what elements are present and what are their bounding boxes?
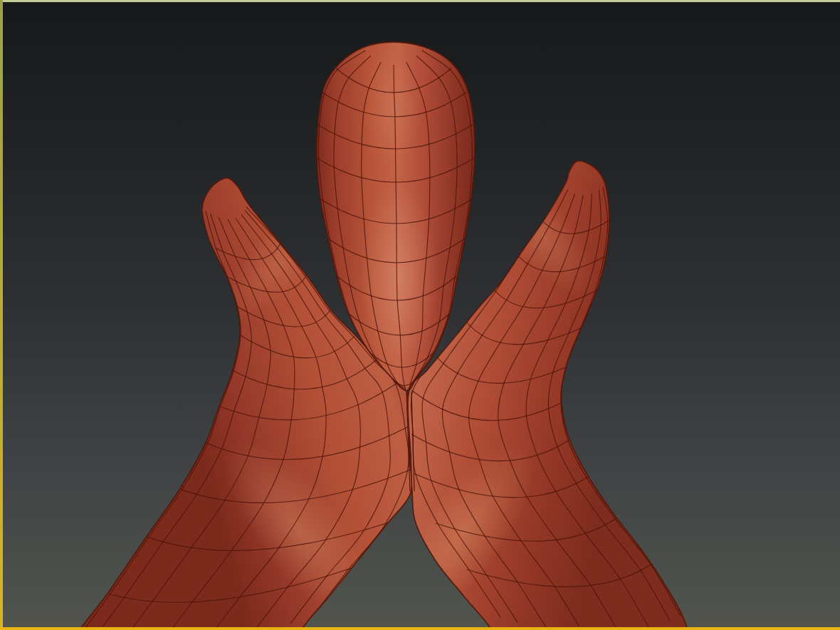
viewport-border-bottom	[0, 627, 840, 630]
shading-highlight	[363, 46, 420, 167]
active-viewport[interactable]	[0, 0, 840, 630]
viewport-border-left	[0, 0, 3, 630]
model-canvas[interactable]	[0, 0, 840, 630]
viewport-border-top	[0, 0, 840, 2]
shading-highlight	[359, 182, 438, 374]
